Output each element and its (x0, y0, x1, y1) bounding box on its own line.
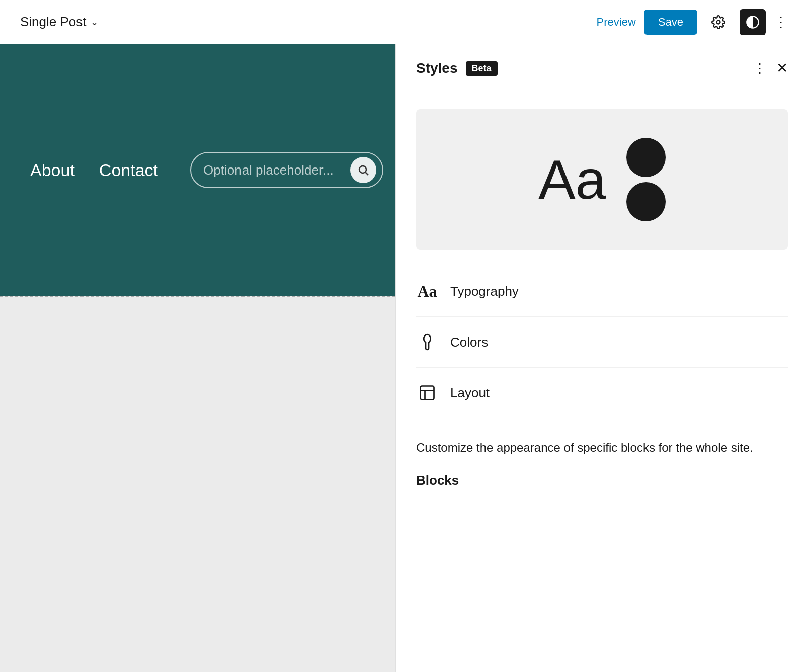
search-icon (357, 164, 369, 176)
color-dot-bottom (626, 182, 666, 221)
sidebar-header-right: ⋮ ✕ (753, 61, 788, 76)
beta-badge: Beta (466, 61, 498, 76)
topbar-right: Preview Save ⋮ (597, 9, 788, 35)
colors-menu-item[interactable]: Colors (416, 317, 788, 368)
color-dot-top (626, 138, 666, 177)
half-circle-icon (746, 15, 760, 29)
sidebar-header: Styles Beta ⋮ ✕ (396, 44, 808, 93)
layout-icon-container (416, 382, 438, 404)
layout-label: Layout (450, 385, 490, 401)
colors-icon-container (416, 331, 438, 353)
sidebar-title: Styles (416, 60, 458, 76)
colors-icon (418, 333, 436, 351)
color-dots-preview (626, 138, 666, 221)
search-submit-button[interactable] (350, 157, 376, 183)
typography-preview: Aa (538, 152, 606, 207)
nav-about-link[interactable]: About (30, 160, 75, 180)
sidebar-header-left: Styles Beta (416, 60, 498, 76)
style-preview-card[interactable]: Aa (416, 109, 788, 250)
nav-contact-link[interactable]: Contact (99, 160, 158, 180)
chevron-down-icon[interactable]: ⌄ (91, 17, 98, 28)
topbar-left: Single Post ⌄ (20, 14, 98, 30)
blocks-label: Blocks (416, 473, 459, 488)
sidebar-more-button[interactable]: ⋮ (753, 61, 766, 76)
svg-line-3 (366, 173, 369, 176)
search-bar (190, 152, 383, 188)
topbar: Single Post ⌄ Preview Save ⋮ (0, 0, 808, 44)
svg-point-0 (717, 20, 720, 24)
save-button[interactable]: Save (644, 10, 697, 35)
theme-toggle-button[interactable] (740, 9, 766, 35)
more-options-button[interactable]: ⋮ (774, 15, 788, 29)
svg-rect-6 (421, 386, 434, 400)
dashed-line-top (0, 296, 395, 297)
layout-icon (418, 384, 436, 402)
typography-menu-item[interactable]: Aa Typography (416, 266, 788, 317)
blocks-description: Customize the appearance of specific blo… (416, 439, 788, 457)
preview-button[interactable]: Preview (597, 16, 636, 29)
gear-icon (711, 15, 725, 29)
typography-label: Typography (450, 284, 519, 299)
settings-button[interactable] (705, 9, 732, 35)
typography-icon-container: Aa (416, 280, 438, 302)
colors-label: Colors (450, 334, 488, 350)
sidebar-close-button[interactable]: ✕ (776, 61, 788, 75)
main-layout: About Contact (0, 44, 808, 672)
layout-menu-item[interactable]: Layout (416, 368, 788, 418)
blocks-section: Customize the appearance of specific blo… (396, 418, 808, 509)
typography-icon: Aa (417, 282, 437, 301)
search-input[interactable] (203, 162, 344, 178)
post-title: Single Post (20, 14, 87, 30)
style-menu: Aa Typography Colors (396, 266, 808, 418)
sidebar-panel: Styles Beta ⋮ ✕ Aa Aa Typography (395, 44, 808, 672)
canvas-area: About Contact (0, 44, 395, 672)
canvas-nav-header: About Contact (0, 44, 395, 296)
svg-point-2 (359, 166, 366, 173)
